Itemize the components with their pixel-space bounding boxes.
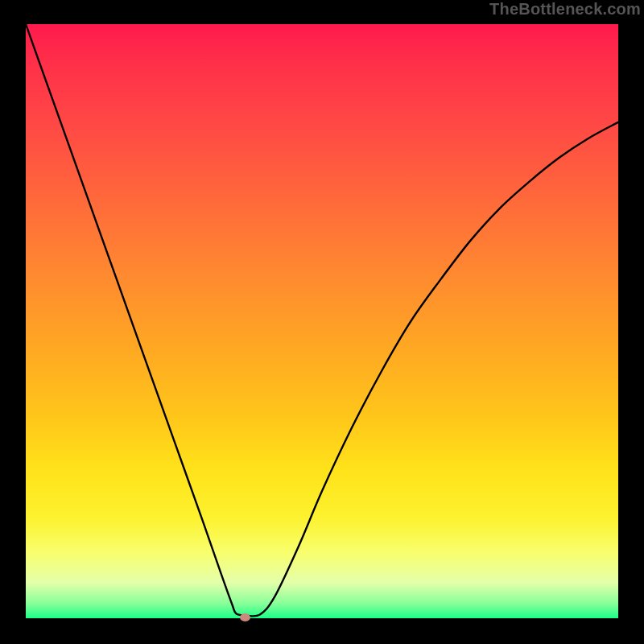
optimum-marker <box>240 613 250 621</box>
attribution-label: TheBottleneck.com <box>489 0 641 19</box>
chart-frame: TheBottleneck.com <box>0 0 644 644</box>
curve-svg <box>26 24 618 618</box>
curve-path <box>26 24 618 617</box>
